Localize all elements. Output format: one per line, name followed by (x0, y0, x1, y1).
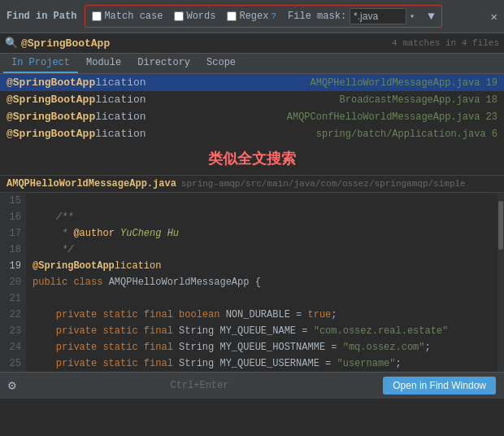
tabs-bar: In Project Module Directory Scope (0, 54, 504, 74)
code-line: private static final String MY_QUEUE_USE… (33, 355, 491, 372)
toolbar: Find in Path Match case Words Regex ? Fi… (0, 0, 504, 33)
result-suffix: lication (95, 76, 146, 89)
result-prefix: @SpringBootApp (7, 111, 95, 123)
line-num: 16 (5, 209, 21, 225)
line-num: 17 (5, 225, 21, 242)
filemask-label: File mask: (288, 11, 346, 22)
open-find-window-button[interactable]: Open in Find Window (383, 377, 496, 395)
line-num: 21 (5, 290, 21, 307)
code-content: /** * @author YuCheng Hu */ @SpringBootA… (26, 193, 497, 372)
toolbar-title: Find in Path (7, 11, 76, 22)
code-line: private static final String MY_QUEUE_NAM… (33, 323, 491, 339)
tab-scope[interactable]: Scope (198, 54, 244, 73)
words-option[interactable]: Words (174, 11, 215, 22)
matchcase-checkbox[interactable] (92, 11, 102, 21)
code-line: public class AMQPHelloWorldMessageApp { (33, 274, 491, 290)
line-numbers: 15 16 17 18 19 20 21 22 23 24 25 (0, 193, 26, 372)
result-row[interactable]: @SpringBootApp lication BroadcastMessage… (0, 91, 504, 108)
regex-hint[interactable]: ? (271, 11, 276, 21)
line-num: 24 (5, 339, 21, 355)
filemask-group: File mask: ▾ (288, 8, 415, 24)
result-suffix: lication (95, 94, 146, 106)
search-icon: 🔍 (5, 37, 18, 50)
words-checkbox[interactable] (174, 11, 184, 21)
code-line: private static final String MY_QUEUE_HOS… (33, 339, 491, 355)
code-header: AMQPHelloWorldMessageApp.java spring-amq… (0, 175, 504, 193)
line-num: 22 (5, 307, 21, 323)
result-row[interactable]: @SpringBootApp lication AMQPConfHelloWor… (0, 108, 504, 125)
code-header-file: AMQPHelloWorldMessageApp.java (7, 178, 176, 190)
filter-icon[interactable]: ▼ (428, 10, 434, 23)
code-line-highlighted: @SpringBootApplication (33, 258, 491, 274)
scrollbar[interactable] (497, 193, 504, 372)
regex-option[interactable]: Regex ? (227, 11, 276, 22)
code-header-path: spring-amqp/src/main/java/com/ossez/spri… (181, 179, 466, 189)
result-suffix: lication (95, 128, 146, 140)
words-label: Words (186, 11, 215, 22)
code-line: private static final boolean NON_DURABLE… (33, 307, 491, 323)
search-bar: 🔍 @SpringBootApp 4 matches in 4 files (0, 33, 504, 54)
filemask-dropdown-icon[interactable]: ▾ (410, 11, 415, 21)
regex-label: Regex (239, 11, 268, 22)
close-icon[interactable]: ✕ (491, 10, 497, 24)
matchcase-option[interactable]: Match case (92, 11, 163, 22)
line-num: 15 (5, 193, 21, 209)
line-num: 25 (5, 355, 21, 372)
result-file: spring/batch/Application.java 6 (316, 129, 497, 140)
result-prefix: @SpringBootApp (7, 128, 95, 140)
tab-in-project[interactable]: In Project (3, 54, 78, 73)
search-result-count: 4 matches in 4 files (392, 38, 499, 48)
chinese-label: 类似全文搜索 (0, 142, 504, 175)
code-line: /** (33, 209, 491, 225)
search-prefix: @SpringBootApp (21, 37, 110, 50)
result-prefix: @SpringBootApp (7, 76, 95, 89)
result-file: BroadcastMessageApp.java 18 (340, 94, 497, 106)
tab-directory[interactable]: Directory (129, 54, 198, 73)
line-num: 20 (5, 274, 21, 290)
result-row[interactable]: @SpringBootApp lication spring/batch/App… (0, 125, 504, 142)
regex-checkbox[interactable] (227, 11, 237, 21)
bottom-bar: ⚙ Ctrl+Enter Open in Find Window (0, 372, 504, 399)
filemask-input[interactable] (350, 8, 406, 24)
line-num: 23 (5, 323, 21, 339)
scrollbar-thumb[interactable] (498, 201, 503, 250)
shortcut-text: Ctrl+Enter (170, 380, 228, 391)
results-list: @SpringBootApp lication AMQPHelloWorldMe… (0, 74, 504, 142)
search-input-wrapper[interactable]: @SpringBootApp (21, 37, 389, 50)
tab-module[interactable]: Module (78, 54, 129, 73)
code-line (33, 290, 491, 307)
code-view: 15 16 17 18 19 20 21 22 23 24 25 /** * @… (0, 193, 504, 372)
line-num: 18 (5, 242, 21, 258)
result-prefix: @SpringBootApp (7, 94, 95, 106)
result-file: AMQPHelloWorldMessageApp.java 19 (311, 77, 497, 89)
result-suffix: lication (95, 111, 146, 123)
gear-icon[interactable]: ⚙ (8, 377, 16, 394)
line-num-highlighted: 19 (5, 258, 21, 274)
options-group: Match case Words Regex ? File mask: ▾ ▼ (85, 5, 441, 28)
code-line (33, 193, 491, 209)
result-file: AMQPConfHelloWorldMessageApp.java 23 (287, 111, 497, 123)
matchcase-label: Match case (104, 11, 163, 22)
code-line: */ (33, 242, 491, 258)
code-line: * @author YuCheng Hu (33, 225, 491, 242)
result-row[interactable]: @SpringBootApp lication AMQPHelloWorldMe… (0, 74, 504, 91)
